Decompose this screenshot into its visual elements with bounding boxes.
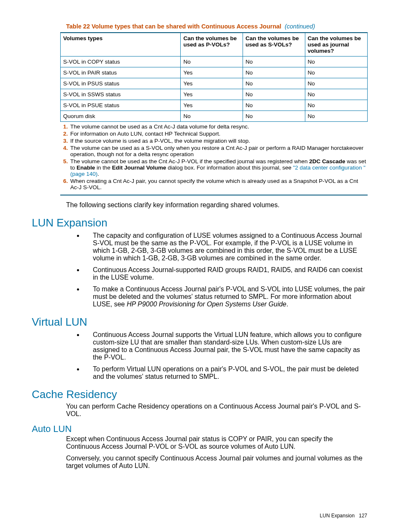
footnote-6: When creating a Cnt Ac-J pair, you canno…: [69, 178, 368, 190]
col-pvol: Can the volumes be used as P-VOLs?: [181, 33, 243, 57]
list-item: The capacity and configuration of LUSE v…: [84, 232, 368, 262]
caption-prefix: Table 22 Volume types that can be shared…: [66, 23, 281, 30]
auto-lun-paragraph-1: Except when Continuous Access Journal pa…: [66, 435, 367, 450]
auto-lun-paragraph-2: Conversely, you cannot specify Continuou…: [66, 455, 367, 470]
cell: S-VOL in COPY status: [61, 57, 181, 67]
footnote-1: The volume cannot be used as a Cnt Ac-J …: [69, 123, 368, 130]
cell: Quorum disk: [61, 111, 181, 122]
list-item: To perform Virtual LUN operations on a p…: [84, 365, 368, 380]
list-item: Continuous Access Journal supports the V…: [84, 331, 368, 361]
bold: Enable: [77, 164, 95, 171]
text: .: [286, 301, 288, 308]
bold: Edit Journal Volume: [112, 164, 166, 171]
heading-virtual-lun: Virtual LUN: [32, 316, 367, 329]
text: in the: [95, 164, 112, 171]
cell: No: [181, 57, 243, 67]
cell: No: [243, 89, 305, 100]
cell: Yes: [181, 89, 243, 100]
footer-page: 127: [359, 513, 367, 519]
cell: No: [243, 111, 305, 122]
text: .: [97, 171, 99, 177]
cell: No: [305, 111, 367, 122]
cell: Yes: [181, 100, 243, 111]
table-row: S-VOL in SSWS status Yes No No: [61, 89, 368, 100]
caption-continued: (continued): [285, 23, 315, 30]
footnote-4: The volume can be used as a S-VOL only w…: [69, 145, 368, 157]
table-row: S-VOL in PSUE status Yes No No: [61, 100, 368, 111]
heading-lun-expansion: LUN Expansion: [32, 216, 367, 229]
heading-auto-lun: Auto LUN: [32, 424, 367, 434]
volume-types-table: Volumes types Can the volumes be used as…: [60, 32, 368, 122]
intro-paragraph: The following sections clarify key infor…: [66, 201, 367, 209]
cell: No: [305, 100, 367, 111]
cell: No: [305, 78, 367, 89]
col-journal: Can the volumes be used as journal volum…: [305, 33, 367, 57]
footer-section: LUN Expansion: [320, 513, 355, 519]
cell: S-VOL in PAIR status: [61, 67, 181, 78]
list-item: To make a Continuous Access Journal pair…: [84, 285, 368, 308]
cell: No: [305, 57, 367, 67]
footnote-3: If the source volume is used as a P-VOL,…: [69, 138, 368, 144]
table-footnotes: The volume cannot be used as a Cnt Ac-J …: [60, 123, 368, 195]
cell: No: [243, 100, 305, 111]
footnote-5: The volume cannot be used as the Cnt Ac-…: [69, 158, 368, 177]
cell: No: [243, 67, 305, 78]
cell: S-VOL in SSWS status: [61, 89, 181, 100]
italic-title: HP P9000 Provisioning for Open Systems U…: [127, 301, 286, 308]
cell: No: [305, 67, 367, 78]
cell: No: [305, 89, 367, 100]
heading-cache-residency: Cache Residency: [32, 388, 367, 401]
cell: Yes: [181, 78, 243, 89]
text: The volume cannot be used as the Cnt Ac-…: [70, 158, 309, 164]
table-row: S-VOL in PSUS status Yes No No: [61, 78, 368, 89]
cache-residency-paragraph: You can perform Cache Residency operatio…: [66, 403, 367, 418]
table-row: S-VOL in PAIR status Yes No No: [61, 67, 368, 78]
page-footer: LUN Expansion 127: [320, 513, 367, 519]
table-header-row: Volumes types Can the volumes be used as…: [61, 33, 368, 57]
cell: S-VOL in PSUE status: [61, 100, 181, 111]
col-volumes-types: Volumes types: [61, 33, 181, 57]
bold: 2DC Cascade: [309, 158, 345, 164]
cell: No: [243, 78, 305, 89]
footnote-2: For information on Auto LUN, contact HP …: [69, 131, 368, 137]
table-row: S-VOL in COPY status No No No: [61, 57, 368, 67]
table-caption: Table 22 Volume types that can be shared…: [66, 23, 367, 30]
table-row: Quorum disk No No No: [61, 111, 368, 122]
cell: No: [181, 111, 243, 122]
virtual-lun-list: Continuous Access Journal supports the V…: [76, 331, 368, 380]
cell: S-VOL in PSUS status: [61, 78, 181, 89]
cell: No: [243, 57, 305, 67]
list-item: Continuous Access Journal-supported RAID…: [84, 266, 368, 281]
cell: Yes: [181, 67, 243, 78]
lun-expansion-list: The capacity and configuration of LUSE v…: [76, 232, 368, 308]
col-svol: Can the volumes be used as S-VOLs?: [243, 33, 305, 57]
text: dialog box. For information about this j…: [166, 164, 293, 171]
